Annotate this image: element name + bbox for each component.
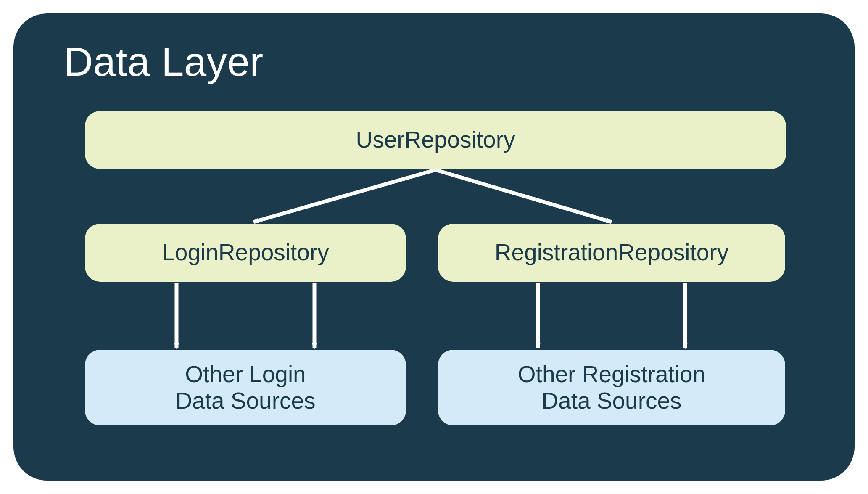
registration-data-sources-label: Other RegistrationData Sources: [518, 361, 705, 415]
login-repository-label: LoginRepository: [162, 239, 329, 266]
login-data-sources-node: Other LoginData Sources: [85, 350, 406, 425]
login-data-sources-label: Other LoginData Sources: [175, 361, 315, 415]
login-repository-node: LoginRepository: [85, 224, 406, 282]
data-layer-container: Data Layer UserRepository LoginRepositor…: [13, 13, 855, 481]
user-repository-node: UserRepository: [85, 111, 786, 169]
diagram-title: Data Layer: [64, 39, 819, 85]
user-repository-label: UserRepository: [356, 127, 515, 153]
arrow-user-to-registration: [435, 170, 612, 222]
arrow-user-to-login: [253, 170, 435, 222]
registration-repository-node: RegistrationRepository: [438, 224, 785, 282]
registration-data-sources-node: Other RegistrationData Sources: [438, 350, 785, 425]
registration-repository-label: RegistrationRepository: [495, 239, 728, 266]
